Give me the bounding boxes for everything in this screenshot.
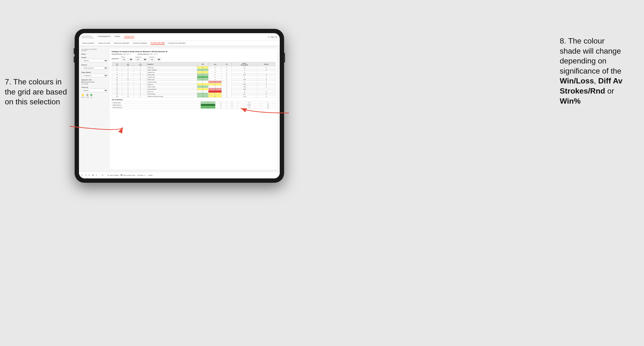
cell-div: 11 [112,78,122,81]
cell-win: 1 [197,69,208,71]
cell-opponent: Stella Cheng [147,86,197,88]
cell-win: 2 [197,83,208,86]
division-section: Division NCAA Division III [81,64,108,70]
cell-diff: 4 [232,69,257,71]
cell-tie: 0 [222,76,232,78]
cell-conf: 4 [134,74,147,76]
cell-conf: 7 [134,95,147,98]
colour-by-label: Colour by [81,87,108,88]
cell-ood-loss: 0 [215,101,226,104]
volume-down-button[interactable] [74,56,75,62]
save-icon: 💾 [120,174,122,176]
sub-nav-team-h2h-grid[interactable]: TEAM H2H GRID [98,42,110,44]
cell-div: 16 [112,88,122,90]
cell-rounds: 3 [257,74,276,76]
sign-out-link[interactable]: Sign out [270,36,277,38]
sub-nav-team-h2h-heatmap[interactable]: TEAM H2H HEATMAP [114,42,130,44]
circle-icon[interactable]: ⊙ [102,174,104,176]
cell-ood-loss: 0 [215,106,226,109]
nav-committee[interactable]: COMMITTEE [124,36,134,38]
sub-nav-player-summary[interactable]: PLAYER SUMMARY [133,42,147,44]
cell-loss: 0 [208,71,222,74]
legend-up-dot [90,94,92,96]
cell-ood-win: 5 [201,106,216,109]
cell-loss: 0 [208,78,222,81]
player-rank-select[interactable]: 8. Katelyn Vo [81,74,108,77]
legend-level-dot [86,94,88,96]
back-icon[interactable]: ↩ [88,174,90,176]
radio-opponents-played[interactable]: Opponents Played [81,81,108,83]
col-reg: #Reg [122,62,134,66]
cell-rounds [257,71,276,74]
sub-nav-player-h2h-heatmap[interactable]: PLAYER H2H HEATMAP [168,42,186,44]
nav-tournaments[interactable]: TOURNAMENTS [98,36,110,38]
cell-div: 3 [112,66,122,69]
cell-tie: 0 [222,81,232,83]
cell-ood-tie: 0 [226,106,238,109]
cell-reg: 11 [122,78,134,81]
cell-div: 13 [112,81,122,83]
watch-btn[interactable]: 👁 Watch ▾ [137,174,145,176]
cell-diff: 1.33 [232,95,257,98]
gender-select[interactable]: Women's [81,59,108,62]
cell-reg: 11 [122,93,134,95]
opponents-label: Opponents: [112,58,119,59]
opponent-label: Opponent [149,56,161,58]
cell-rounds: 3 [257,69,276,71]
cell-tie: 1 [222,66,232,69]
opponent-filter: Opponent (All) [149,56,161,61]
cut-icon[interactable]: ✂ [96,174,98,176]
cell-rounds: 4 [257,76,276,78]
col-div: #Div [112,62,122,66]
redo-icon[interactable]: ↪ [85,174,87,176]
save-custom-btn[interactable]: 💾 Save Custom View [120,174,135,176]
cell-diff: -3 [232,81,257,83]
grid-icon[interactable]: ⊞ [92,174,94,176]
player-rank-section: Player (Rank) 8. Katelyn Vo [81,72,108,77]
table-row: 20 11 7 Federica Domecq Lacroze 2 1 0 1.… [112,95,276,98]
cell-conf: 1 [134,66,147,69]
legend: Down Level Up [81,94,108,98]
share-btn[interactable]: ↗ Share [147,174,153,176]
power-button[interactable] [284,53,285,62]
opponent-select[interactable]: (All) [149,58,161,61]
cell-ood-rounds: 10 [261,106,276,109]
colour-by-select[interactable]: Win/loss [81,89,108,92]
cell-div: 5 [112,69,122,71]
undo-icon[interactable]: ↩ [81,174,83,176]
legend-up: Up [90,94,92,98]
table-row: 6 3 3 Sydney Kuo 1 0 1 -1 [112,71,276,74]
legend-level-label: Level [86,96,89,98]
player-rank-label: Player (Rank) [81,72,108,73]
conference-select[interactable]: (All) [135,58,147,61]
radio-top-100[interactable]: Top 100 [81,83,108,85]
view-original-btn[interactable]: 👁 View: Original [108,174,119,176]
cell-win: 0 [197,81,208,83]
col-conf: #Conf [134,62,147,66]
out-of-division-row: NAIA Division 1 15 0 0 9.267 30 [112,104,276,106]
toolbar-divider [106,173,106,177]
cell-diff: 3.67 [232,74,257,76]
toolbar: ↩ ↪ ↩ ⊞ ✂ · ⊙ 👁 View: Original 💾 Save Cu… [79,172,280,178]
division-select[interactable]: NCAA Division III [81,66,108,70]
sub-nav-team-summary[interactable]: TEAM SUMMARY [82,42,94,44]
volume-up-button[interactable] [74,48,75,54]
radio-dot-top-100 [81,83,83,85]
cell-div: 6 [112,71,122,74]
opponent-view-radio-group: Opponents Played Top 100 [81,81,108,85]
cell-ood-diff: 7.4 [238,106,261,109]
cell-opponent: Emily Chang [147,93,197,95]
cell-loss: 1 [208,90,222,93]
cell-div: 15 [112,86,122,88]
table-row: 15 8 5 Stella Cheng 1 0 0 1.25 4 [112,86,276,88]
cell-reg: 11 [122,95,134,98]
cell-ood-win: 1 [201,101,216,104]
table-row: 20 11 6 Emily Chang 4 1 0 0.3 11 [112,93,276,95]
col-diff: Diff AvStrokes/Rnd [232,62,257,66]
sub-nav-player-h2h-grid[interactable]: PLAYER H2H GRID [151,42,165,45]
cell-reg: 8 [122,86,134,88]
nav-icon: ▸| [268,36,270,38]
nav-teams[interactable]: TEAMS [114,36,120,38]
cell-ood-rounds: 2 [261,101,276,104]
region-select[interactable]: (All) [121,58,133,61]
